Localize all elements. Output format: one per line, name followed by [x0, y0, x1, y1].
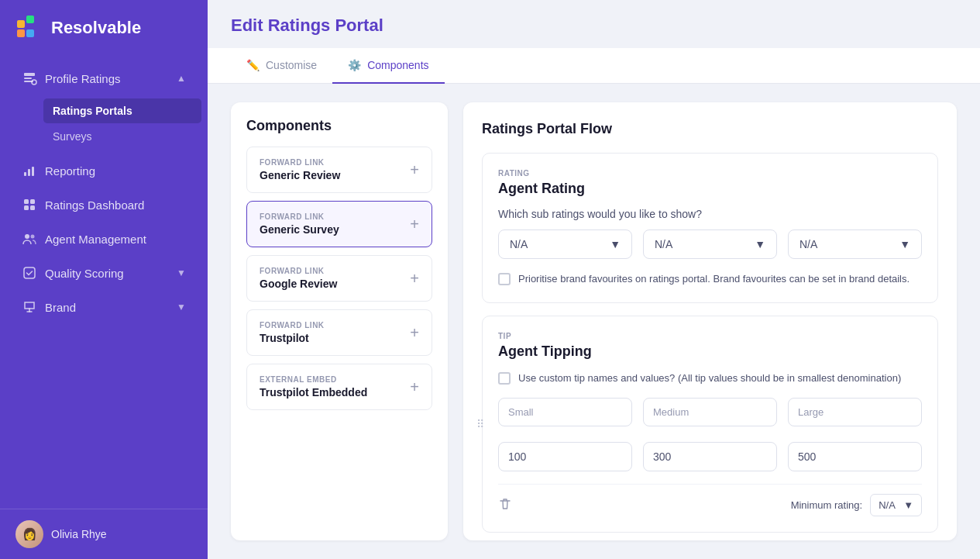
- brand-favourites-text: Prioritise brand favourites on ratings p…: [518, 271, 910, 287]
- rating-select-3[interactable]: N/A: [799, 238, 899, 250]
- component-generic-survey[interactable]: FORWARD LINK Generic Survey +: [246, 201, 432, 247]
- sidebar-item-reporting[interactable]: Reporting: [6, 154, 201, 187]
- sidebar-item-quality-scoring[interactable]: Quality Scoring ▼: [6, 257, 201, 289]
- tab-customise[interactable]: ✏️ Customise: [231, 48, 332, 84]
- rating-sub-question: Which sub ratings would you like to show…: [498, 208, 922, 220]
- component-name-3: Trustpilot: [260, 332, 325, 344]
- svg-rect-14: [30, 205, 35, 210]
- chevron-down-icon-brand: ▼: [177, 302, 186, 312]
- sidebar-item-profile-ratings[interactable]: Profile Ratings ▲: [6, 62, 201, 95]
- svg-rect-12: [30, 199, 35, 204]
- component-type-1: FORWARD LINK: [260, 212, 339, 221]
- add-component-0[interactable]: +: [410, 162, 419, 178]
- svg-rect-13: [24, 205, 29, 210]
- trash-icon: [498, 497, 512, 511]
- custom-tip-names-checkbox[interactable]: [498, 372, 511, 385]
- app-name: Resolvable: [51, 18, 141, 38]
- svg-point-16: [31, 235, 35, 239]
- component-name-1: Generic Survey: [260, 223, 339, 236]
- agents-icon: [22, 231, 37, 247]
- svg-rect-17: [24, 267, 35, 278]
- sidebar-item-ratings-dashboard[interactable]: Ratings Dashboard: [6, 188, 201, 221]
- sidebar-navigation: Profile Ratings ▲ Ratings Portals Survey…: [0, 54, 208, 509]
- chevron-down-icon: ▼: [177, 267, 186, 278]
- min-rating-dropdown[interactable]: N/A: [879, 499, 899, 511]
- component-type-0: FORWARD LINK: [260, 158, 340, 167]
- components-icon: ⚙️: [348, 59, 361, 71]
- brand-favourites-checkbox[interactable]: [498, 273, 511, 285]
- sidebar-label-quality-scoring: Quality Scoring: [45, 267, 124, 280]
- tip-value-small-input[interactable]: [498, 442, 632, 471]
- rating-section-title: Agent Rating: [498, 181, 922, 197]
- tip-value-medium-input[interactable]: [643, 442, 777, 471]
- sidebar-sub-profile-ratings: Ratings Portals Surveys: [0, 96, 208, 153]
- svg-rect-2: [17, 29, 25, 37]
- tip-input-medium: [643, 398, 777, 426]
- nav-section-profile-ratings: Profile Ratings ▲ Ratings Portals Survey…: [0, 62, 208, 153]
- svg-rect-0: [17, 20, 25, 28]
- tip-section-title: Agent Tipping: [498, 343, 922, 360]
- sidebar-label-profile-ratings: Profile Ratings: [45, 72, 121, 85]
- nav-section-quality-scoring: Quality Scoring ▼: [0, 257, 208, 289]
- nav-section-brand: Brand ▼: [0, 291, 208, 323]
- sidebar-item-agent-management[interactable]: Agent Management: [6, 223, 201, 255]
- avatar: 👩: [15, 520, 43, 548]
- customise-icon: ✏️: [246, 59, 260, 71]
- component-type-2: FORWARD LINK: [260, 267, 337, 275]
- add-component-3[interactable]: +: [410, 325, 419, 340]
- custom-tip-names-row: Use custom tip names and values? (All ti…: [498, 371, 922, 386]
- sidebar-label-brand: Brand: [45, 301, 76, 314]
- tabs-bar: ✏️ Customise ⚙️ Components: [208, 48, 980, 84]
- rating-dropdown-1[interactable]: N/A ▼: [498, 229, 632, 259]
- svg-rect-9: [28, 169, 30, 176]
- tip-label-small[interactable]: [498, 398, 632, 426]
- sidebar-item-surveys[interactable]: Surveys: [43, 124, 201, 149]
- tab-customise-label: Customise: [266, 59, 317, 71]
- svg-rect-3: [26, 29, 34, 37]
- drag-handle[interactable]: ⠿: [476, 418, 484, 430]
- component-trustpilot-embedded[interactable]: EXTERNAL EMBED Trustpilot Embedded +: [246, 364, 432, 410]
- component-type-3: FORWARD LINK: [260, 321, 325, 330]
- rating-dropdown-3[interactable]: N/A ▼: [788, 229, 922, 259]
- svg-rect-11: [24, 199, 29, 204]
- component-name-4: Trustpilot Embedded: [260, 386, 367, 399]
- svg-rect-1: [26, 16, 34, 23]
- sidebar-item-brand[interactable]: Brand ▼: [6, 291, 201, 323]
- rating-select-2[interactable]: N/A: [655, 238, 755, 250]
- main-content: Edit Ratings Portal ✏️ Customise ⚙️ Comp…: [208, 0, 980, 559]
- rating-dropdowns-row: N/A ▼ N/A ▼ N/A ▼: [498, 229, 922, 259]
- svg-rect-10: [32, 167, 34, 176]
- tip-label-medium[interactable]: [643, 398, 777, 426]
- component-google-review[interactable]: FORWARD LINK Google Review +: [246, 255, 432, 302]
- add-component-4[interactable]: +: [410, 379, 419, 395]
- tip-label-large[interactable]: [788, 398, 922, 426]
- components-panel: Components FORWARD LINK Generic Review +…: [231, 102, 448, 540]
- flow-title: Ratings Portal Flow: [482, 121, 938, 137]
- tip-section-footer: Minimum rating: N/A ▼: [498, 484, 922, 516]
- page-title: Edit Ratings Portal: [231, 16, 957, 36]
- component-type-4: EXTERNAL EMBED: [260, 375, 367, 384]
- brand-favourites-row: Prioritise brand favourites on ratings p…: [498, 271, 922, 287]
- app-logo: Resolvable: [0, 0, 208, 54]
- add-component-1[interactable]: +: [410, 216, 419, 232]
- min-rating-label: Minimum rating:: [791, 499, 862, 511]
- component-trustpilot[interactable]: FORWARD LINK Trustpilot +: [246, 309, 432, 356]
- delete-tip-button[interactable]: [498, 497, 512, 514]
- sidebar-label-ratings-dashboard: Ratings Dashboard: [45, 198, 144, 212]
- tab-components[interactable]: ⚙️ Components: [332, 48, 444, 84]
- min-rating-chevron: ▼: [903, 499, 913, 511]
- component-generic-review[interactable]: FORWARD LINK Generic Review +: [246, 147, 432, 193]
- add-component-2[interactable]: +: [410, 271, 419, 286]
- rating-select-1[interactable]: N/A: [510, 238, 610, 250]
- components-panel-title: Components: [246, 118, 432, 134]
- dropdown-chevron-2: ▼: [755, 238, 765, 250]
- page-header: Edit Ratings Portal: [208, 0, 980, 48]
- tab-components-label: Components: [367, 59, 428, 71]
- min-rating-select[interactable]: N/A ▼: [870, 494, 922, 516]
- tip-input-large: [788, 398, 922, 426]
- rating-dropdown-2[interactable]: N/A ▼: [643, 229, 777, 259]
- nav-section-ratings-dashboard: Ratings Dashboard: [0, 188, 208, 221]
- tip-value-large-input[interactable]: [788, 442, 922, 471]
- sidebar-item-ratings-portals[interactable]: Ratings Portals: [43, 98, 201, 123]
- svg-rect-5: [24, 78, 32, 79]
